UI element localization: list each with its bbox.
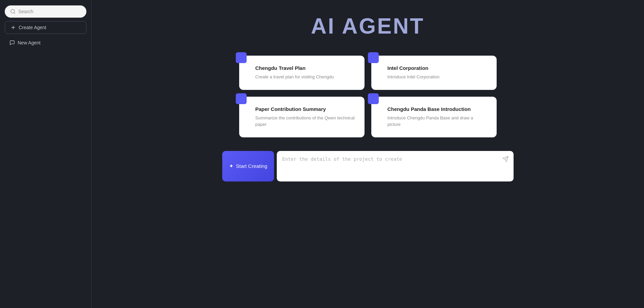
project-input[interactable] bbox=[282, 156, 508, 176]
card-desc-1: Create a travel plan for visiting Chengd… bbox=[255, 74, 355, 80]
main-content: AI AGENT Chengdu Travel Plan Create a tr… bbox=[91, 0, 644, 308]
card-icon-4 bbox=[368, 93, 379, 104]
card-title-2: Intel Corporation bbox=[388, 65, 487, 71]
sparkle-icon: ✦ bbox=[229, 163, 233, 169]
card-title-3: Paper Contribution Summary bbox=[255, 106, 355, 112]
agent-card-paper[interactable]: Paper Contribution Summary Summarize the… bbox=[239, 97, 365, 137]
card-icon-2 bbox=[368, 52, 379, 63]
project-input-wrapper bbox=[277, 151, 513, 181]
chat-icon bbox=[9, 40, 15, 45]
card-desc-4: Introduce Chengdu Panda Base and draw a … bbox=[388, 115, 487, 128]
agent-card-chengdu-travel[interactable]: Chengdu Travel Plan Create a travel plan… bbox=[239, 56, 365, 90]
card-title-4: Chengdu Panda Base Introduction bbox=[388, 106, 487, 112]
new-agent-item[interactable]: New Agent bbox=[5, 37, 86, 48]
card-icon-3 bbox=[236, 93, 247, 104]
search-box[interactable]: Search bbox=[5, 5, 86, 18]
send-icon[interactable] bbox=[502, 156, 509, 164]
start-creating-button[interactable]: ✦ Start Creating bbox=[222, 151, 274, 181]
agent-card-panda[interactable]: Chengdu Panda Base Introduction Introduc… bbox=[371, 97, 497, 137]
input-area: ✦ Start Creating bbox=[222, 151, 514, 181]
agent-card-intel[interactable]: Intel Corporation Introduce Intel Corpor… bbox=[371, 56, 497, 90]
card-icon-1 bbox=[236, 52, 247, 63]
search-icon bbox=[10, 9, 16, 14]
card-desc-3: Summarize the contributions of the Qwen … bbox=[255, 115, 355, 128]
create-agent-button[interactable]: Create Agent bbox=[5, 21, 86, 34]
plus-icon bbox=[11, 25, 16, 30]
new-agent-label: New Agent bbox=[18, 40, 41, 45]
start-creating-label: Start Creating bbox=[236, 163, 268, 169]
create-agent-label: Create Agent bbox=[19, 25, 46, 30]
cards-grid: Chengdu Travel Plan Create a travel plan… bbox=[239, 56, 497, 137]
search-label: Search bbox=[18, 9, 33, 14]
card-title-1: Chengdu Travel Plan bbox=[255, 65, 355, 71]
page-title: AI AGENT bbox=[311, 14, 424, 39]
card-desc-2: Introduce Intel Corporation bbox=[388, 74, 487, 80]
svg-line-1 bbox=[14, 13, 15, 14]
sidebar: Search Create Agent New Agent bbox=[0, 0, 91, 308]
